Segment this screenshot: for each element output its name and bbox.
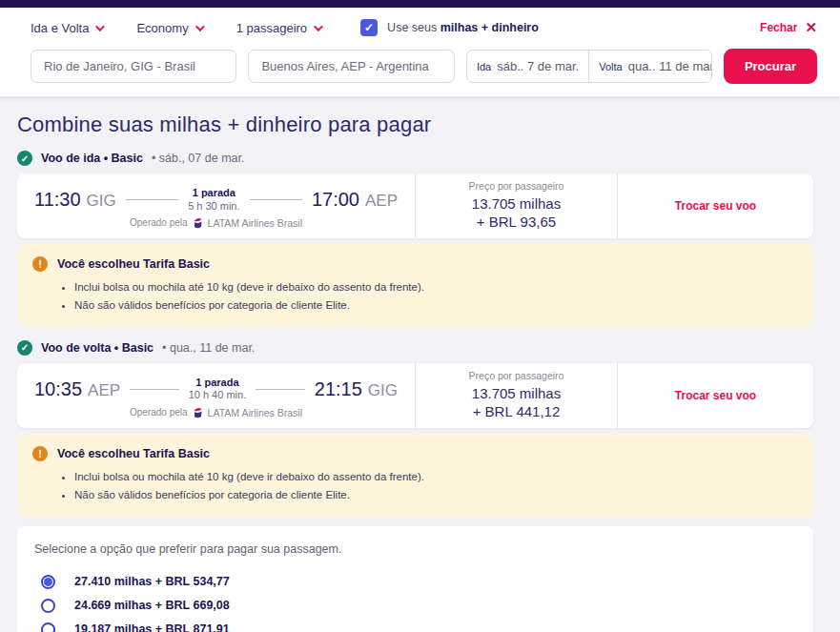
operated-by-label: Operado pela	[130, 217, 188, 228]
operated-by-row: Operado pela LATAM Airlines Brasil	[34, 406, 398, 418]
change-flight-link[interactable]: Trocar seu voo	[675, 389, 756, 402]
operator-name: LATAM Airlines Brasil	[208, 407, 302, 418]
latam-logo-icon	[193, 406, 203, 418]
cabin-label: Economy	[136, 21, 188, 35]
change-flight-link[interactable]: Trocar seu voo	[675, 199, 756, 213]
return-date-label: Volta	[599, 61, 622, 72]
fare-notice-bullet: Não são válidos benefícios por categoria…	[74, 296, 798, 315]
date-range-picker: Ida sáb.. 7 de mar. Volta qua.. 11 de ma…	[466, 50, 712, 83]
return-date-value: qua.. 11 de mar.	[628, 59, 712, 73]
outbound-section-date: • sáb., 07 de mar.	[152, 152, 245, 165]
stops-label: 1 parada	[189, 377, 247, 390]
price-cash: + BRL 441,12	[473, 402, 561, 421]
price-miles: 13.705 milhas	[472, 194, 561, 214]
price-miles: 13.705 milhas	[472, 384, 561, 403]
miles-money-toggle-group: ✓ Use seus milhas + dinheiro	[360, 19, 539, 36]
close-label: Fechar	[760, 21, 797, 34]
chevron-down-icon	[95, 22, 105, 31]
search-button[interactable]: Procurar	[724, 49, 817, 84]
main-content: Combine suas milhas + dinheiro para paga…	[0, 96, 840, 632]
return-date-field[interactable]: Volta qua.. 11 de mar.	[588, 51, 712, 82]
return-section-header: ✓ Voo de volta • Basic • qua., 11 de mar…	[17, 340, 813, 356]
close-icon: ✕	[805, 19, 817, 36]
price-per-passenger-label: Preço por passageiro	[469, 180, 564, 194]
page-title: Combine suas milhas + dinheiro para paga…	[17, 112, 813, 137]
arrival-time: 17:00	[312, 189, 359, 211]
passengers-dropdown[interactable]: 1 passageiro	[236, 21, 320, 35]
leg-line	[256, 389, 305, 390]
payment-instruction: Selecione a opção que preferir para paga…	[32, 542, 798, 556]
outbound-section-title: Voo de ida • Basic	[41, 152, 143, 165]
payment-options-card: Selecione a opção que preferir para paga…	[17, 526, 813, 632]
departure-airport-code: GIG	[87, 192, 116, 211]
close-button[interactable]: Fechar ✕	[760, 19, 817, 36]
operator-name: LATAM Airlines Brasil	[208, 217, 302, 229]
return-itinerary: 10:35 AEP 1 parada 10 h 40 min. 21:15 GI…	[17, 363, 415, 428]
outbound-departure: 11:30 GIG	[34, 189, 116, 211]
return-flight-card: 10:35 AEP 1 parada 10 h 40 min. 21:15 GI…	[17, 363, 813, 428]
chevron-down-icon	[195, 22, 205, 31]
payment-option-label: 24.669 milhas + BRL 669,08	[74, 599, 230, 612]
payment-option-label: 19.187 milhas + BRL 871,91	[74, 622, 230, 632]
fare-notice-title: Você escolheu Tarifa Basic	[57, 257, 210, 271]
outbound-flight-card: 11:30 GIG 1 parada 5 h 30 min. 17:00 AEP…	[17, 173, 813, 238]
departure-time: 11:30	[34, 189, 81, 211]
fare-notice-list: Inclui bolsa ou mochila até 10 kg (deve …	[74, 468, 798, 504]
miles-money-label: Use seus milhas + dinheiro	[387, 21, 539, 34]
warning-icon: !	[32, 446, 48, 461]
operated-by-row: Operado pela LATAM Airlines Brasil	[34, 216, 398, 229]
leg-line	[250, 199, 302, 200]
radio-button[interactable]	[41, 575, 55, 589]
depart-date-field[interactable]: Ida sáb.. 7 de mar.	[467, 51, 588, 82]
fare-notice-list: Inclui bolsa ou mochila até 10 kg (deve …	[74, 278, 798, 315]
trip-type-label: Ida e Volta	[31, 21, 89, 35]
arrival-time: 21:15	[315, 378, 362, 400]
operated-by-label: Operado pela	[130, 407, 188, 418]
return-arrival: 21:15 GIG	[315, 378, 398, 400]
return-departure: 10:35 AEP	[34, 378, 120, 400]
return-section-date: • qua., 11 de mar.	[162, 341, 255, 355]
outbound-price-block: Preço por passageiro 13.705 milhas + BRL…	[415, 173, 618, 238]
check-circle-icon: ✓	[17, 151, 32, 166]
price-cash: + BRL 93,65	[477, 213, 556, 232]
latam-logo-icon	[193, 216, 203, 229]
warning-icon: !	[32, 256, 48, 272]
fare-notice-title: Você escolheu Tarifa Basic	[57, 447, 210, 460]
outbound-fare-notice: ! Você escolheu Tarifa Basic Inclui bols…	[17, 244, 813, 327]
cabin-dropdown[interactable]: Economy	[136, 21, 201, 35]
fare-notice-bullet: Não são válidos benefícios por categoria…	[74, 486, 798, 504]
destination-input[interactable]	[248, 50, 454, 83]
miles-money-checkbox[interactable]: ✓	[360, 19, 378, 36]
radio-button[interactable]	[41, 599, 55, 613]
depart-date-label: Ida	[477, 61, 491, 72]
payment-option-3[interactable]: 19.187 milhas + BRL 871,91	[32, 618, 798, 632]
radio-button[interactable]	[41, 622, 55, 632]
departure-time: 10:35	[34, 378, 82, 400]
outbound-stops-info: 1 parada 5 h 30 min.	[188, 187, 239, 214]
duration-label: 5 h 30 min.	[188, 200, 239, 214]
departure-airport-code: AEP	[88, 381, 120, 400]
check-circle-icon: ✓	[17, 340, 32, 356]
arrival-airport-code: GIG	[368, 381, 398, 400]
top-brand-strip	[0, 0, 840, 8]
trip-type-dropdown[interactable]: Ida e Volta	[31, 21, 102, 35]
chevron-down-icon	[314, 22, 323, 31]
return-stops-info: 1 parada 10 h 40 min.	[189, 377, 247, 403]
outbound-itinerary: 11:30 GIG 1 parada 5 h 30 min. 17:00 AEP…	[17, 173, 415, 238]
return-fare-notice: ! Você escolheu Tarifa Basic Inclui bols…	[17, 434, 813, 517]
return-price-block: Preço por passageiro 13.705 milhas + BRL…	[415, 363, 618, 428]
fare-notice-bullet: Inclui bolsa ou mochila até 10 kg (deve …	[74, 278, 798, 296]
stops-label: 1 parada	[188, 187, 239, 200]
payment-option-2[interactable]: 24.669 milhas + BRL 669,08	[32, 594, 798, 618]
payment-option-label: 27.410 milhas + BRL 534,77	[74, 575, 230, 588]
payment-option-1[interactable]: 27.410 milhas + BRL 534,77	[32, 570, 798, 594]
leg-line	[126, 199, 178, 200]
search-header: Ida e Volta Economy 1 passageiro ✓ Use s…	[0, 8, 840, 96]
outbound-arrival: 17:00 AEP	[312, 189, 398, 211]
outbound-section-header: ✓ Voo de ida • Basic • sáb., 07 de mar.	[17, 151, 813, 166]
origin-input[interactable]	[31, 50, 236, 83]
depart-date-value: sáb.. 7 de mar.	[497, 59, 579, 73]
passengers-label: 1 passageiro	[236, 21, 307, 35]
return-section-title: Voo de volta • Basic	[41, 341, 154, 355]
price-per-passenger-label: Preço por passageiro	[469, 370, 564, 383]
